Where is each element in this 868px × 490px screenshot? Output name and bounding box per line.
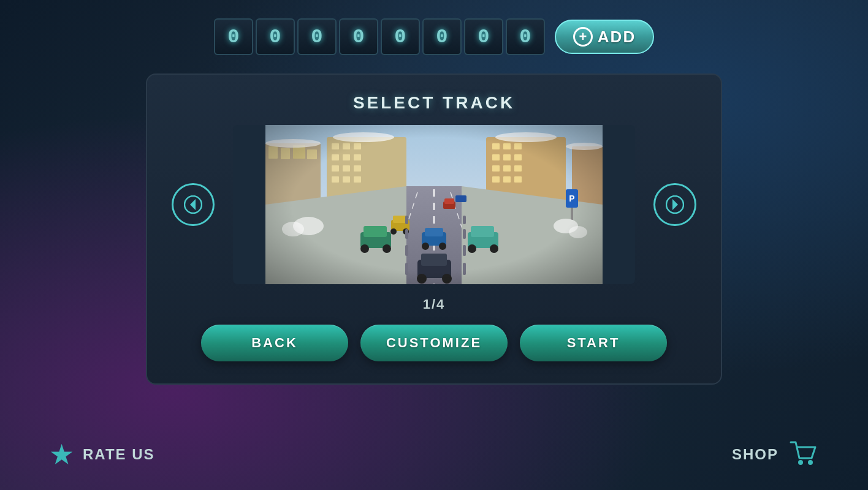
shop-label: SHOP xyxy=(732,446,779,463)
next-track-button[interactable] xyxy=(653,183,696,226)
score-digit-8: 0 xyxy=(506,18,545,55)
score-digit-1: 0 xyxy=(214,18,253,55)
svg-point-88 xyxy=(808,460,813,465)
star-icon: ★ xyxy=(49,440,74,469)
panel-title: SELECT TRACK xyxy=(353,93,515,113)
track-scene: P xyxy=(233,125,635,284)
track-counter: 1/4 xyxy=(423,296,446,312)
next-arrow-icon xyxy=(666,195,684,214)
track-selector: P xyxy=(172,125,696,284)
main-panel: SELECT TRACK xyxy=(146,74,722,385)
back-button[interactable]: BACK xyxy=(201,325,348,361)
cart-icon xyxy=(787,437,819,472)
prev-track-button[interactable] xyxy=(172,183,215,226)
shop-area[interactable]: SHOP xyxy=(732,437,819,472)
svg-marker-1 xyxy=(190,199,196,210)
action-buttons: BACK CUSTOMIZE START xyxy=(172,325,696,361)
customize-button[interactable]: CUSTOMIZE xyxy=(360,325,508,361)
score-digit-3: 0 xyxy=(297,18,337,55)
svg-point-87 xyxy=(798,460,803,465)
svg-rect-84 xyxy=(265,125,603,284)
score-digit-2: 0 xyxy=(256,18,295,55)
top-bar: 0 0 0 0 0 0 0 0 + ADD xyxy=(214,18,654,55)
svg-marker-86 xyxy=(672,199,678,210)
bottom-bar: ★ RATE US SHOP xyxy=(0,437,868,472)
track-preview: P xyxy=(233,125,635,284)
start-button[interactable]: START xyxy=(520,325,667,361)
add-button[interactable]: + ADD xyxy=(555,20,654,54)
score-digit-6: 0 xyxy=(422,18,462,55)
rate-us-area[interactable]: ★ RATE US xyxy=(49,440,155,469)
rate-us-label: RATE US xyxy=(83,446,155,463)
score-digit-4: 0 xyxy=(339,18,378,55)
plus-icon: + xyxy=(573,27,593,47)
add-label: ADD xyxy=(598,28,636,47)
score-digit-7: 0 xyxy=(464,18,503,55)
score-digit-5: 0 xyxy=(381,18,420,55)
score-display: 0 0 0 0 0 0 0 0 xyxy=(214,18,545,55)
prev-arrow-icon xyxy=(184,195,202,214)
